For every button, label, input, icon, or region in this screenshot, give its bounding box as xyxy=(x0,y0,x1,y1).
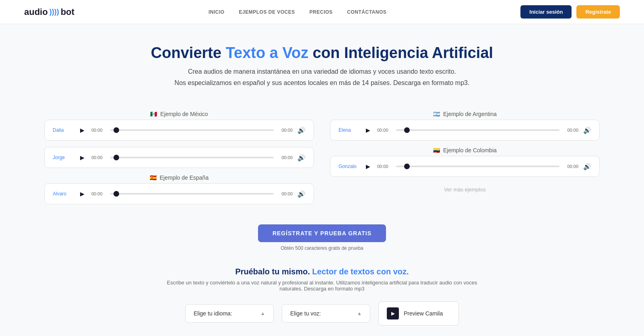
dalia-progress-dot xyxy=(114,127,119,133)
cta-button[interactable]: REGÍSTRATE Y PRUEBA GRATIS xyxy=(258,224,386,242)
nav-buttons: Iniciar sesión Regístrate xyxy=(520,5,620,19)
ver-mas-link[interactable]: Ver más ejemplos xyxy=(330,187,600,193)
try-section: Pruébalo tu mismo. Lector de textos con … xyxy=(0,259,644,292)
hero-section: Convierte Texto a Voz con Inteligencia A… xyxy=(0,24,644,103)
examples-left: 🇲🇽 Ejemplo de México Dalia ▶ 00:00 00:00… xyxy=(44,111,314,204)
alvaro-label: Alvaro xyxy=(53,191,73,197)
jorge-time-start: 00:00 xyxy=(91,155,105,160)
nav-item-contactanos[interactable]: CONTÁCTANOS xyxy=(347,9,386,15)
dalia-volume-icon[interactable]: 🔊 xyxy=(297,127,305,134)
cta-section: REGÍSTRATE Y PRUEBA GRATIS Obtén 500 car… xyxy=(0,212,644,259)
mexico-label: 🇲🇽 Ejemplo de México xyxy=(44,111,314,117)
login-button[interactable]: Iniciar sesión xyxy=(520,5,572,19)
dalia-time-start: 00:00 xyxy=(91,128,105,133)
jorge-volume-icon[interactable]: 🔊 xyxy=(297,154,305,162)
alvaro-volume-icon[interactable]: 🔊 xyxy=(297,190,305,198)
elena-time-start: 00:00 xyxy=(377,128,391,133)
hero-title-highlight: Texto a Voz xyxy=(226,44,309,61)
preview-label: Preview Camila xyxy=(404,310,443,317)
examples-section: 🇲🇽 Ejemplo de México Dalia ▶ 00:00 00:00… xyxy=(20,103,624,212)
alvaro-time-end: 00:00 xyxy=(279,191,293,196)
alvaro-play-button[interactable]: ▶ xyxy=(78,189,87,198)
language-select[interactable]: Elige tu idioma: ▲ xyxy=(185,304,274,323)
logo-waves-icon: )))) xyxy=(50,8,59,16)
logo-text-audio: audio xyxy=(24,7,48,17)
spain-label: 🇪🇸 Ejemplo de España xyxy=(44,174,314,181)
spain-label-text: Ejemplo de España xyxy=(160,174,208,181)
register-button[interactable]: Regístrate xyxy=(576,5,620,19)
alvaro-time-start: 00:00 xyxy=(91,191,105,196)
elena-label: Elena xyxy=(339,127,359,133)
spain-flag: 🇪🇸 xyxy=(150,174,157,181)
colombia-label-text: Ejemplo de Colombia xyxy=(443,147,497,153)
audio-player-alvaro: Alvaro ▶ 00:00 00:00 🔊 xyxy=(44,183,314,204)
dalia-progress-bar[interactable] xyxy=(110,129,274,131)
nav-item-ejemplos[interactable]: EJEMPLOS DE VOCES xyxy=(239,9,295,15)
alvaro-progress-bar[interactable] xyxy=(110,193,274,195)
colombia-flag: 🇨🇴 xyxy=(433,147,440,153)
gonzalo-play-button[interactable]: ▶ xyxy=(363,162,372,171)
nav-item-inicio[interactable]: INICIO xyxy=(208,9,225,15)
gonzalo-progress-dot xyxy=(404,164,410,169)
voice-select-chevron-icon: ▲ xyxy=(357,311,362,316)
spain-group: 🇪🇸 Ejemplo de España Alvaro ▶ 00:00 00:0… xyxy=(44,174,314,204)
elena-progress-dot xyxy=(404,127,410,133)
mexico-flag: 🇲🇽 xyxy=(150,111,157,117)
gonzalo-volume-icon[interactable]: 🔊 xyxy=(583,163,591,170)
try-title-link[interactable]: Lector de textos con voz. xyxy=(312,267,409,276)
language-select-label: Elige tu idioma: xyxy=(194,310,232,317)
dalia-label: Dalia xyxy=(53,127,73,133)
bottom-controls: Elige tu idioma: ▲ Elige tu voz: ▲ ▶ Pre… xyxy=(0,292,644,326)
gonzalo-label: Gonzalo xyxy=(339,164,359,169)
cta-subtitle: Obtén 500 caracteres gratis de prueba xyxy=(8,245,636,251)
argentina-flag: 🇦🇷 xyxy=(433,111,440,117)
navbar: audio))))bot INICIO EJEMPLOS DE VOCES PR… xyxy=(0,0,644,24)
elena-volume-icon[interactable]: 🔊 xyxy=(583,127,591,134)
elena-progress-bar[interactable] xyxy=(396,129,559,131)
hero-subtitle2: Nos especializamos en español y sus acen… xyxy=(8,79,636,87)
voice-select[interactable]: Elige tu voz: ▲ xyxy=(282,304,370,323)
hero-subtitle1: Crea audios de manera instantánea en una… xyxy=(8,68,636,75)
examples-right: 🇦🇷 Ejemplo de Argentina Elena ▶ 00:00 00… xyxy=(330,111,600,204)
hero-title-part2: con Inteligencia Artificial xyxy=(308,44,493,61)
audio-player-jorge: Jorge ▶ 00:00 00:00 🔊 xyxy=(44,147,314,168)
colombia-label: 🇨🇴 Ejemplo de Colombia xyxy=(330,147,600,153)
logo-text-bot: bot xyxy=(61,7,74,17)
alvaro-progress-dot xyxy=(114,191,119,197)
jorge-play-button[interactable]: ▶ xyxy=(78,153,87,162)
jorge-label: Jorge xyxy=(53,155,73,160)
elena-time-end: 00:00 xyxy=(564,128,578,133)
nav-item-precios[interactable]: PRECIOS xyxy=(310,9,333,15)
mexico-group: 🇲🇽 Ejemplo de México Dalia ▶ 00:00 00:00… xyxy=(44,111,314,141)
gonzalo-time-end: 00:00 xyxy=(564,164,578,169)
argentina-group: 🇦🇷 Ejemplo de Argentina Elena ▶ 00:00 00… xyxy=(330,111,600,141)
hero-title: Convierte Texto a Voz con Inteligencia A… xyxy=(8,44,636,62)
nav-links: INICIO EJEMPLOS DE VOCES PRECIOS CONTÁCT… xyxy=(208,9,386,15)
dalia-play-button[interactable]: ▶ xyxy=(78,126,87,135)
argentina-label-text: Ejemplo de Argentina xyxy=(443,111,497,117)
try-title-part1: Pruébalo tu mismo. xyxy=(235,267,312,276)
gonzalo-progress-bar[interactable] xyxy=(396,166,559,167)
gonzalo-time-start: 00:00 xyxy=(377,164,391,169)
jorge-time-end: 00:00 xyxy=(279,155,293,160)
preview-button[interactable]: ▶ Preview Camila xyxy=(378,301,459,326)
audio-player-elena: Elena ▶ 00:00 00:00 🔊 xyxy=(330,120,600,141)
mexico-label-text: Ejemplo de México xyxy=(160,111,208,117)
language-select-chevron-icon: ▲ xyxy=(260,311,265,316)
jorge-progress-bar[interactable] xyxy=(110,157,274,158)
argentina-label: 🇦🇷 Ejemplo de Argentina xyxy=(330,111,600,117)
audio-player-dalia: Dalia ▶ 00:00 00:00 🔊 xyxy=(44,120,314,141)
hero-title-part1: Convierte xyxy=(151,44,226,61)
elena-play-button[interactable]: ▶ xyxy=(363,126,372,135)
try-subtitle: Escribe un texto y conviértelo a una voz… xyxy=(165,280,479,292)
logo: audio))))bot xyxy=(24,7,74,17)
audio-player-gonzalo: Gonzalo ▶ 00:00 00:00 🔊 xyxy=(330,156,600,177)
jorge-progress-dot xyxy=(114,155,119,160)
try-title: Pruébalo tu mismo. Lector de textos con … xyxy=(8,267,636,276)
voice-select-label: Elige tu voz: xyxy=(290,310,321,317)
preview-play-icon: ▶ xyxy=(387,307,399,319)
dalia-time-end: 00:00 xyxy=(279,128,293,133)
colombia-group: 🇨🇴 Ejemplo de Colombia Gonzalo ▶ 00:00 0… xyxy=(330,147,600,177)
